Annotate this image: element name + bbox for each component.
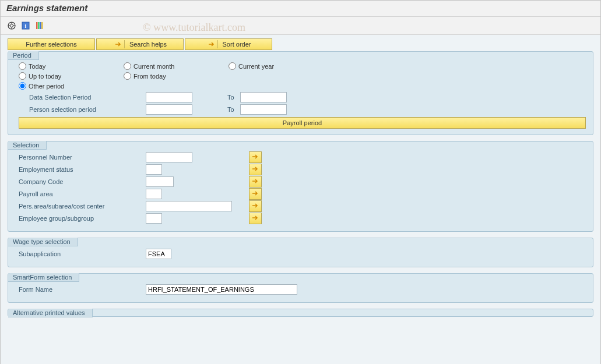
radio-today[interactable]: Today [19,62,124,70]
further-selections-label: Further selections [26,41,76,48]
selection-button-row: Further selections Search helps Sort ord… [8,38,593,50]
sort-order-button[interactable]: Sort order [185,38,272,50]
arrow-right-icon [252,190,259,197]
app-window: Earnings statement © www.tutorialkart.co… [0,0,601,364]
selection-row: Employment status [19,164,586,175]
form-name-input[interactable] [146,284,297,295]
svg-rect-11 [41,22,43,29]
info-icon[interactable]: i [20,20,31,31]
multiple-selection-button[interactable] [249,188,262,200]
multiple-selection-button[interactable] [249,200,262,212]
content-area: Further selections Search helps Sort ord… [1,35,600,364]
data-selection-period-label: Data Selection Period [29,94,146,101]
selection-row-input[interactable] [146,176,174,187]
person-selection-to-input[interactable] [240,104,287,115]
selection-row-input[interactable] [146,164,162,175]
person-selection-period-label: Person selection period [29,106,146,113]
to-label: To [227,94,234,101]
wage-type-group-title: Wage type selection [8,238,78,246]
search-helps-button[interactable]: Search helps [96,38,184,50]
page-title: Earnings statement [1,1,600,17]
icon-toolbar: i [1,17,600,35]
alt-printed-group-title: Alternative printed values [8,309,93,317]
selection-row: Company Code [19,176,586,187]
further-selections-button[interactable]: Further selections [8,38,95,50]
form-name-label: Form Name [19,286,146,293]
selection-row: Payroll area [19,189,586,199]
multiple-selection-button[interactable] [249,176,262,188]
svg-rect-8 [36,22,38,29]
selection-row-label: Payroll area [19,190,146,197]
subapplication-input[interactable] [146,249,171,259]
multiple-selection-button[interactable] [249,213,262,224]
svg-rect-9 [38,22,40,29]
selection-row-label: Personnel Number [19,154,146,161]
color-bars-icon[interactable] [34,20,45,31]
period-group-title: Period [8,51,39,60]
arrow-right-icon [206,40,218,48]
radio-from-today[interactable]: From today [124,72,229,80]
svg-text:i: i [25,23,27,29]
arrow-right-icon [252,203,259,210]
arrow-right-icon [113,40,125,48]
alt-printed-group: Alternative printed values [8,309,593,317]
svg-point-1 [10,24,13,27]
wage-type-group: Wage type selection Subapplication [8,238,593,267]
arrow-right-icon [252,166,259,173]
multiple-selection-button[interactable] [249,151,262,163]
selection-row-label: Employment status [19,166,146,173]
radio-current-month[interactable]: Current month [124,62,229,70]
arrow-right-icon [252,154,259,161]
smartform-group: SmartForm selection Form Name [8,273,593,303]
search-helps-label: Search helps [129,41,167,48]
selection-row-input[interactable] [146,189,162,199]
radio-other-period[interactable]: Other period [19,82,124,90]
svg-rect-10 [40,22,41,29]
payroll-period-label: Payroll period [283,119,322,126]
selection-row-label: Pers.area/subarea/cost center [19,203,146,210]
selection-row: Personnel Number [19,152,586,162]
selection-group-title: Selection [8,141,47,150]
payroll-period-button[interactable]: Payroll period [19,117,586,129]
subapplication-label: Subapplication [19,250,146,257]
data-selection-from-input[interactable] [146,92,192,103]
arrow-right-icon [252,215,259,222]
smartform-group-title: SmartForm selection [8,273,79,282]
radio-up-to-today[interactable]: Up to today [19,72,124,80]
data-selection-to-input[interactable] [240,92,287,103]
selection-row-label: Company Code [19,178,146,185]
execute-icon[interactable] [6,20,17,31]
period-group: Period Today Current month Current year … [8,51,593,135]
multiple-selection-button[interactable] [249,164,262,175]
selection-group: Selection Personnel NumberEmployment sta… [8,141,593,232]
to-label: To [227,106,234,113]
selection-row-input[interactable] [146,213,162,224]
selection-row-label: Employee group/subgroup [19,215,146,222]
sort-order-label: Sort order [223,41,251,48]
selection-row: Employee group/subgroup [19,213,586,224]
selection-row-input[interactable] [146,201,232,211]
radio-current-year[interactable]: Current year [229,62,333,70]
selection-row-input[interactable] [146,152,192,162]
person-selection-from-input[interactable] [146,104,192,115]
selection-row: Pers.area/subarea/cost center [19,201,586,211]
arrow-right-icon [252,178,259,185]
